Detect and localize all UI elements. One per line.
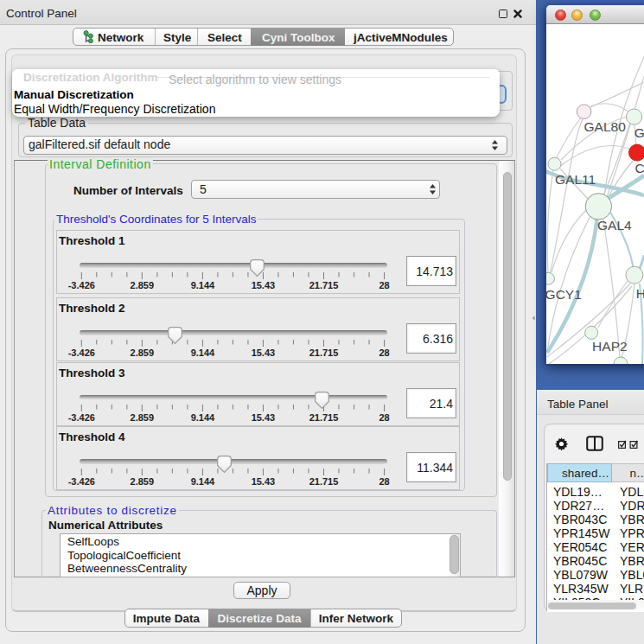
svg-text:GA: GA — [634, 125, 644, 140]
svg-text:CD: CD — [635, 161, 644, 175]
svg-text:HAP2: HAP2 — [592, 339, 628, 354]
svg-text:GAL11: GAL11 — [555, 172, 596, 187]
svg-text:GCY1: GCY1 — [546, 287, 582, 302]
svg-text:HI: HI — [636, 286, 644, 301]
svg-text:GAL4: GAL4 — [597, 218, 632, 233]
svg-text:GAL80: GAL80 — [584, 119, 627, 134]
